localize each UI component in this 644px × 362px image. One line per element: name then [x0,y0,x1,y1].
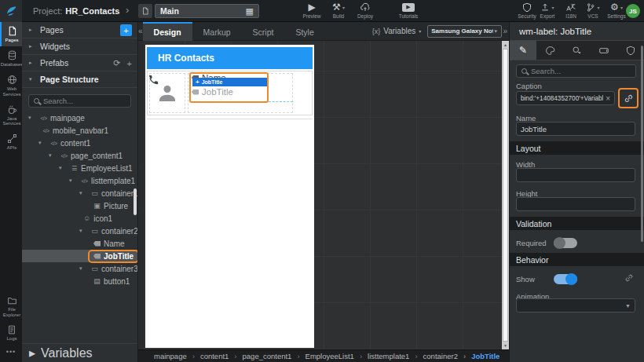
rail-item-databases[interactable]: Databases [0,46,22,71]
editor-tab[interactable]: Markup [192,22,242,41]
grid-view-icon[interactable]: ▦ [246,6,254,16]
bind-property-highlight[interactable] [618,88,639,108]
tutorials-button[interactable]: ▶ Tutorials [395,2,422,19]
clear-icon[interactable]: × [606,94,610,103]
scroll-down-icon[interactable]: ▼ [502,342,509,349]
picture-widget[interactable] [149,73,185,113]
properties-search-input[interactable] [531,67,631,75]
tree-node[interactable]: ▾ Name [22,237,137,250]
tree-node[interactable]: ▾ listtemplate1 [22,174,137,187]
phone-page-preview[interactable]: HR Contacts Name + JobTitle [145,45,314,348]
section-page-structure[interactable]: ▾ Page Structure [22,71,137,88]
rail-item-file-explorer[interactable]: File Explorer [0,292,22,321]
section-variables[interactable]: ▸ Variables [22,343,137,362]
refresh-icon[interactable]: ⟳ [113,58,120,68]
show-toggle[interactable] [554,274,577,284]
tree-node[interactable]: ▾ icon1 [22,212,137,225]
bind-show-icon[interactable] [624,273,634,283]
scroll-up-icon[interactable]: ▲ [502,41,509,49]
section-widgets[interactable]: ▸ Widgets [22,38,137,55]
breadcrumb-item[interactable]: content1 [187,352,229,360]
export-button[interactable]: ▾ Export [534,2,561,19]
tree-node[interactable]: ▾ page_content1 [22,149,137,162]
build-button[interactable]: ⚒▾ Build [325,2,352,19]
expand-arrow-icon[interactable]: ▾ [59,165,67,171]
rail-item-apis[interactable]: APIs [0,130,22,154]
tree-node[interactable]: ▾ mainpage [22,112,137,124]
expand-arrow-icon[interactable]: ▾ [79,228,87,234]
properties-scrollbar[interactable] [641,46,643,242]
editor-tabs: Design Markup Script Style [143,22,325,41]
expand-arrow-icon[interactable]: ▾ [28,115,36,121]
editor-tab[interactable]: Design [143,22,192,41]
animation-select[interactable]: ▼ [516,298,635,313]
breadcrumb-item[interactable]: container2 [409,352,458,360]
node-type-icon [91,265,98,272]
video-tutorial-icon: ▶ [402,2,415,13]
tab-security[interactable] [617,41,644,60]
rail-item-web-services[interactable]: Web Services [0,71,22,101]
scrollbar-thumb[interactable] [503,49,508,342]
node-type-icon [60,153,68,159]
tree-node[interactable]: ▾ JobTitle [22,250,137,262]
tree-node[interactable]: ▾ mobile_navbar1 [22,124,137,137]
tab-device[interactable] [591,41,617,60]
breadcrumb-item[interactable]: listtemplate1 [354,352,410,360]
name-field[interactable]: JobTitle [516,122,635,136]
layout-section-header[interactable]: Layout [510,141,644,155]
wavemaker-logo[interactable] [0,0,22,22]
expand-arrow-icon[interactable]: ▾ [49,152,57,159]
add-prefab-button[interactable]: + [127,59,132,68]
tab-events[interactable] [563,41,590,60]
behavior-section-header[interactable]: Behavior [510,253,644,266]
rail-item-java-services[interactable]: Java Services [0,101,22,130]
preview-button[interactable]: ▶ Preview [298,2,325,19]
editor-tab[interactable]: Script [242,22,285,41]
rail-item-pages[interactable]: Pages [0,22,22,46]
device-selector[interactable]: Samsung Galaxy Note III ▼ [427,25,502,38]
expand-arrow-icon[interactable]: ▾ [79,190,87,196]
vcs-button[interactable]: ▾ VCS [580,2,606,19]
more-options-icon[interactable]: ••• [0,345,22,359]
page-selector-dropdown[interactable]: Main ▦ [155,4,259,18]
breadcrumb-item[interactable]: JobTitle [458,352,499,360]
collapse-right-panel-icon[interactable]: » [503,27,507,35]
tree-node[interactable]: ▾ container2 [22,225,137,237]
page-file-icon[interactable] [138,4,152,18]
search-input[interactable] [43,97,126,105]
mobile-navbar[interactable]: HR Contacts [147,47,313,69]
editor-tab[interactable]: Style [284,22,324,41]
variables-dropdown[interactable]: {x} Variables ▾ [372,27,421,35]
section-prefabs[interactable]: ▸ Prefabs ⟳ + [22,55,137,71]
deploy-button[interactable]: Deploy [352,2,379,19]
properties-search[interactable] [516,64,636,78]
required-toggle[interactable] [554,238,577,248]
page-structure-search[interactable] [28,94,131,108]
employee-list-item[interactable]: Name + JobTitle JobTitle [147,71,313,115]
breadcrumb-item[interactable]: mainpage [154,352,187,360]
tree-node[interactable]: ▾ Picture [22,199,137,212]
tree-scrollbar[interactable] [134,188,137,215]
validation-section-header[interactable]: Validation [510,217,644,230]
width-field[interactable] [516,168,635,182]
tab-styles[interactable] [536,41,563,60]
tree-node[interactable]: ▾ content1 [22,137,137,149]
tree-node[interactable]: ▾ EmployeeList1 [22,162,137,174]
tree-node[interactable]: ▾ container3 [22,262,137,275]
tab-properties[interactable]: ✎ [510,41,536,60]
canvas-scrollbar[interactable]: ▲ ▼ [502,41,509,349]
user-avatar[interactable]: JS [626,4,640,18]
design-canvas[interactable]: HR Contacts Name + JobTitle [138,41,509,349]
breadcrumb-item[interactable]: page_content1 [229,352,291,360]
height-field[interactable] [516,197,635,211]
add-page-button[interactable]: + [120,24,132,36]
expand-arrow-icon[interactable]: ▾ [69,177,77,184]
caption-field[interactable]: bind:'+14084352700'+Variables.HrdbE × [516,91,615,105]
rail-item-logs[interactable]: Logs [0,321,22,345]
section-pages[interactable]: ▸ Pages + [22,22,137,38]
tree-node[interactable]: ▾ button1 [22,275,137,287]
expand-arrow-icon[interactable]: ▾ [79,265,87,272]
breadcrumb-item[interactable]: EmployeeList1 [291,352,353,360]
expand-arrow-icon[interactable]: ▾ [38,140,46,146]
tree-node[interactable]: ▾ container1 [22,187,137,199]
